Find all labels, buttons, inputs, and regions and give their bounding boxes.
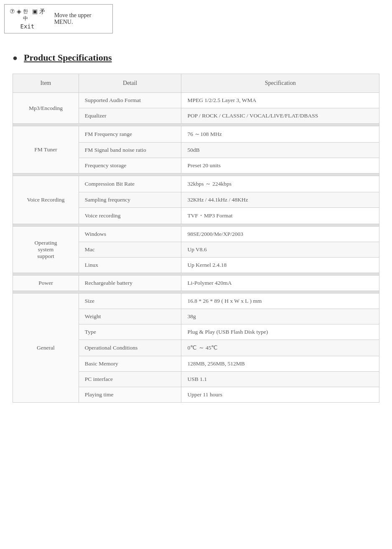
spec-cell: USB 1.1 xyxy=(181,372,379,387)
item-cell: Power xyxy=(13,276,79,291)
icon-row: ⑦ ◈ 한中 ▣ 矛 xyxy=(10,8,45,22)
item-cell: Voice Recording xyxy=(13,176,79,224)
icon-box: ▣ xyxy=(32,8,38,22)
detail-cell: Size xyxy=(79,294,181,309)
detail-cell: Sampling frequency xyxy=(79,192,181,208)
table-header-row: Item Detail Specification xyxy=(13,74,379,93)
detail-cell: Frequency storage xyxy=(79,158,181,174)
bullet-icon: ● xyxy=(13,53,18,63)
detail-cell: FM Signal band noise ratio xyxy=(79,143,181,158)
spec-cell: POP / ROCK / CLASSIC / VOCAL/LIVE/FLAT/D… xyxy=(181,108,379,124)
main-content: ● Product Specifications Item Detail Spe… xyxy=(0,38,392,411)
section-title-row: ● Product Specifications xyxy=(13,52,379,63)
detail-cell: Voice recording xyxy=(79,208,181,224)
spec-cell: 16.8 * 26 * 89 ( H x W x L ) mm xyxy=(181,294,379,309)
icon-diamond: ◈ xyxy=(17,8,21,22)
spec-cell: Li-Polymer 420mA xyxy=(181,276,379,291)
icon-aj: 한中 xyxy=(23,8,31,22)
col-header-detail: Detail xyxy=(79,74,181,93)
detail-cell: Windows xyxy=(79,227,181,242)
spec-cell: 32kbps ～ 224kbps xyxy=(181,176,379,192)
icon-off: ⑦ xyxy=(10,8,15,22)
table-row: FM TunerFM Frequency range76 ～108 MHz xyxy=(13,126,379,143)
detail-cell: Rechargeable battery xyxy=(79,276,181,291)
item-cell: General xyxy=(13,294,79,403)
table-row: Operating system supportWindows98SE/2000… xyxy=(13,227,379,242)
spec-cell: MPEG 1/2/2.5 Layer 3, WMA xyxy=(181,93,379,108)
detail-cell: FM Frequency range xyxy=(79,126,181,143)
detail-cell: Mac xyxy=(79,242,181,258)
detail-cell: Equalizer xyxy=(79,108,181,124)
spec-cell: Plug & Play (USB Flash Disk type) xyxy=(181,324,379,340)
spec-cell: 76 ～108 MHz xyxy=(181,126,379,143)
spec-cell: Up V8.6 xyxy=(181,242,379,258)
spec-cell: 128MB, 256MB, 512MB xyxy=(181,356,379,372)
col-header-spec: Specification xyxy=(181,74,379,93)
detail-cell: Weight xyxy=(79,309,181,324)
table-row: GeneralSize16.8 * 26 * 89 ( H x W x L ) … xyxy=(13,294,379,309)
detail-cell: PC interface xyxy=(79,372,181,387)
table-row: Mp3/EncodingSupported Audio FormatMPEG 1… xyxy=(13,93,379,108)
item-cell: Mp3/Encoding xyxy=(13,93,79,124)
spec-cell: 32KHz / 44.1kHz / 48KHz xyxy=(181,192,379,208)
table-row: PowerRechargeable batteryLi-Polymer 420m… xyxy=(13,276,379,291)
col-header-item: Item xyxy=(13,74,79,93)
item-cell: FM Tuner xyxy=(13,126,79,174)
detail-cell: Supported Audio Format xyxy=(79,93,181,108)
header-instruction: Move the upper MENU. xyxy=(54,12,107,26)
header-box: ⑦ ◈ 한中 ▣ 矛 Exit Move the upper MENU. xyxy=(4,4,113,33)
detail-cell: Compression Bit Rate xyxy=(79,176,181,192)
spec-cell: 0℃ ～ 45℃ xyxy=(181,340,379,356)
exit-label: Exit xyxy=(20,23,34,30)
spec-cell: Upper 11 hours xyxy=(181,387,379,403)
spec-cell: 98SE/2000/Me/XP/2003 xyxy=(181,227,379,242)
spec-cell: 50dB xyxy=(181,143,379,158)
spec-cell: Preset 20 units xyxy=(181,158,379,174)
detail-cell: Operational Conditions xyxy=(79,340,181,356)
item-cell: Operating system support xyxy=(13,227,79,273)
detail-cell: Type xyxy=(79,324,181,340)
spec-cell: Up Kernel 2.4.18 xyxy=(181,258,379,273)
header-icons: ⑦ ◈ 한中 ▣ 矛 Exit xyxy=(10,8,45,30)
spec-table: Item Detail Specification Mp3/EncodingSu… xyxy=(13,74,379,403)
detail-cell: Linux xyxy=(79,258,181,273)
section-title: Product Specifications xyxy=(24,52,112,63)
spec-cell: 38g xyxy=(181,309,379,324)
detail-cell: Basic Memory xyxy=(79,356,181,372)
table-row: Voice RecordingCompression Bit Rate32kbp… xyxy=(13,176,379,192)
icon-arrow: 矛 xyxy=(39,8,45,22)
spec-cell: TVF・MP3 Format xyxy=(181,208,379,224)
detail-cell: Playing time xyxy=(79,387,181,403)
